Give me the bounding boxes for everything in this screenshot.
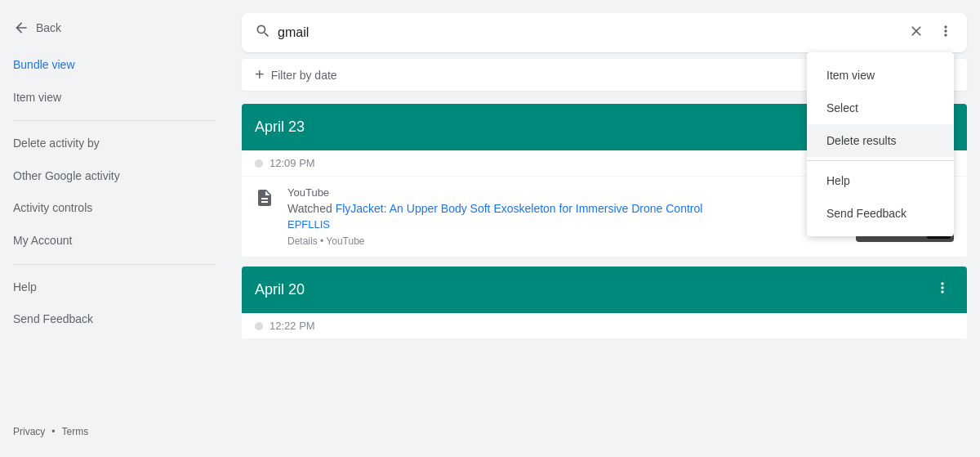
search-icon-wrap — [248, 16, 278, 49]
activity-channel[interactable]: EPFLLIS — [287, 218, 843, 231]
activity-source: YouTube — [287, 186, 843, 199]
filter-label: Filter by date — [271, 69, 337, 82]
dropdown-menu: Item view Select Delete results Help Sen… — [807, 52, 954, 236]
sidebar-item-help[interactable]: Help — [0, 271, 229, 304]
dropdown-item-view[interactable]: Item view — [807, 59, 954, 92]
activity-meta: Details • YouTube — [287, 235, 843, 247]
sidebar-item-other-google-activity[interactable]: Other Google activity — [0, 160, 229, 193]
close-icon — [908, 23, 924, 39]
youtube-activity-content: YouTube Watched FlyJacket: An Upper Body… — [287, 186, 843, 247]
sidebar-nav: Bundle view Item view Delete activity by… — [0, 49, 229, 336]
activity-more-button-april20[interactable] — [931, 276, 954, 303]
dropdown-select[interactable]: Select — [807, 92, 954, 124]
sidebar-item-bundle-view[interactable]: Bundle view — [0, 49, 229, 82]
search-bar: Item view Select Delete results Help Sen… — [242, 13, 967, 52]
dropdown-delete-results[interactable]: Delete results — [807, 124, 954, 157]
activity-header-april20: April 20 — [242, 267, 967, 313]
activity-link[interactable]: FlyJacket: An Upper Body Soft Exoskeleto… — [336, 202, 703, 215]
sidebar-item-item-view[interactable]: Item view — [0, 82, 229, 114]
activity-title: Watched FlyJacket: An Upper Body Soft Ex… — [287, 202, 843, 215]
activity-time-april20: 12:22 PM — [242, 313, 967, 339]
footer-separator: • — [51, 426, 55, 437]
privacy-link[interactable]: Privacy — [13, 426, 45, 437]
plus-icon: + — [255, 65, 265, 84]
sidebar-item-send-feedback[interactable]: Send Feedback — [0, 303, 229, 336]
time-dot — [255, 159, 263, 168]
sidebar-item-my-account[interactable]: My Account — [0, 225, 229, 258]
search-icon — [255, 23, 271, 39]
activity-section-april20: April 20 12:22 PM — [242, 267, 967, 339]
search-input[interactable] — [278, 25, 902, 40]
main-content: Item view Select Delete results Help Sen… — [229, 0, 980, 457]
watched-prefix: Watched — [287, 202, 336, 215]
back-arrow-icon — [13, 20, 29, 36]
search-clear-button[interactable] — [902, 16, 931, 49]
dropdown-send-feedback[interactable]: Send Feedback — [807, 197, 954, 230]
dropdown-help[interactable]: Help — [807, 164, 954, 197]
terms-link[interactable]: Terms — [62, 426, 89, 437]
activity-date-april23: April 23 — [255, 119, 305, 136]
back-button[interactable]: Back — [0, 13, 229, 49]
activity-body-april20: 12:22 PM — [242, 313, 967, 339]
sidebar: Back Bundle view Item view Delete activi… — [0, 0, 229, 457]
time-label: 12:09 PM — [270, 157, 315, 169]
more-vert-icon-header-2 — [934, 280, 951, 296]
youtube-icon — [255, 188, 274, 208]
search-more-button[interactable] — [931, 16, 960, 49]
dropdown-divider — [807, 160, 954, 161]
activity-date-april20: April 20 — [255, 281, 305, 298]
time-label-2: 12:22 PM — [270, 320, 315, 332]
time-dot-2 — [255, 322, 263, 330]
sidebar-divider-2 — [13, 264, 216, 265]
sidebar-divider-1 — [13, 120, 216, 121]
sidebar-item-activity-controls[interactable]: Activity controls — [0, 192, 229, 225]
more-vert-icon — [938, 23, 954, 39]
sidebar-item-delete-activity[interactable]: Delete activity by — [0, 128, 229, 160]
sidebar-footer: Privacy • Terms — [0, 419, 229, 444]
back-label: Back — [36, 21, 61, 34]
